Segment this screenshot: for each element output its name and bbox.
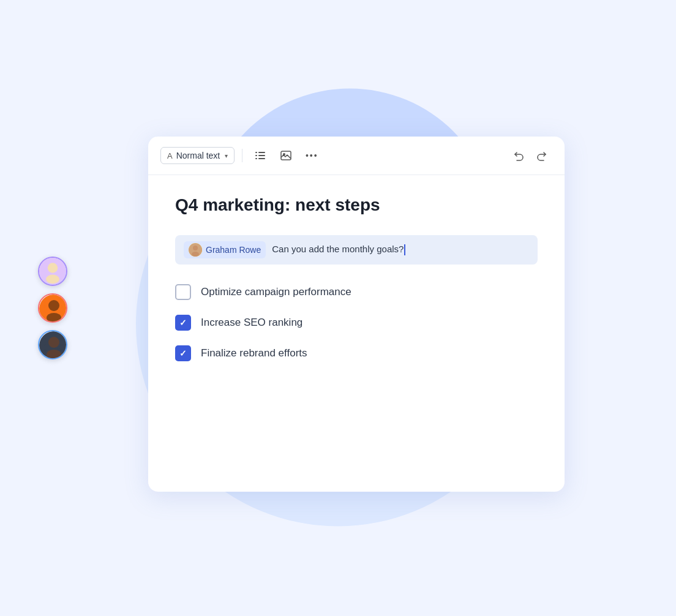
svg-point-8 [47,350,61,359]
checkbox-1[interactable] [175,284,191,300]
svg-point-5 [47,313,61,323]
comment-text-value: Can you add the monthly goals? [272,244,404,254]
svg-rect-12 [258,155,265,156]
svg-rect-11 [255,155,257,156]
list-icon-button[interactable] [250,145,271,166]
svg-rect-9 [255,152,257,153]
avatar-1-face [39,258,66,285]
svg-rect-14 [258,158,265,159]
toolbar-right-actions [508,145,552,166]
checklist-item-2: Increase SEO ranking [175,315,538,331]
checklist-item-3: Finalize rebrand efforts [175,345,538,361]
editor-body: Q4 marketing: next steps Graham Rowe Can… [148,175,565,386]
checklist-item-1: Optimize campaign performance [175,284,538,300]
chevron-down-icon: ▾ [225,152,228,159]
svg-point-2 [46,275,59,284]
svg-point-4 [48,300,59,311]
svg-point-19 [192,252,199,257]
avatar-2 [38,293,67,323]
svg-point-1 [48,263,58,273]
checklist: Optimize campaign performance Increase S… [175,284,538,361]
undo-button[interactable] [508,145,529,166]
text-format-selector[interactable]: A Normal text ▾ [160,147,235,164]
avatar-1 [38,257,67,286]
more-options-button[interactable]: ••• [301,145,322,166]
format-text-icon: A [167,151,173,160]
mention-chip: Graham Rowe [184,241,266,258]
svg-point-18 [193,246,198,250]
checklist-label-1: Optimize campaign performance [201,286,351,298]
svg-point-7 [48,337,59,348]
toolbar-divider-1 [242,149,242,162]
text-format-label: Normal text [176,151,220,160]
svg-rect-10 [258,152,265,153]
checkbox-2[interactable] [175,315,191,331]
collaborator-avatars: ▾ [38,257,67,359]
checkbox-3[interactable] [175,345,191,361]
page-container: ▾ [87,39,589,577]
ellipsis-icon: ••• [306,151,318,160]
toolbar: A Normal text ▾ [148,137,565,175]
comment-row: Graham Rowe Can you add the monthly goal… [175,235,538,265]
redo-button[interactable] [531,145,552,166]
mention-name: Graham Rowe [206,245,261,255]
checklist-label-3: Finalize rebrand efforts [201,347,307,359]
svg-rect-13 [255,158,257,159]
cursor-indicator [404,244,405,255]
image-icon-button[interactable] [276,145,296,166]
document-title: Q4 marketing: next steps [175,195,538,216]
checklist-label-2: Increase SEO ranking [201,317,302,329]
graham-avatar [189,243,202,257]
avatar-3 [38,330,67,359]
editor-card: A Normal text ▾ [148,137,565,492]
comment-text: Can you add the monthly goals? [272,244,529,255]
